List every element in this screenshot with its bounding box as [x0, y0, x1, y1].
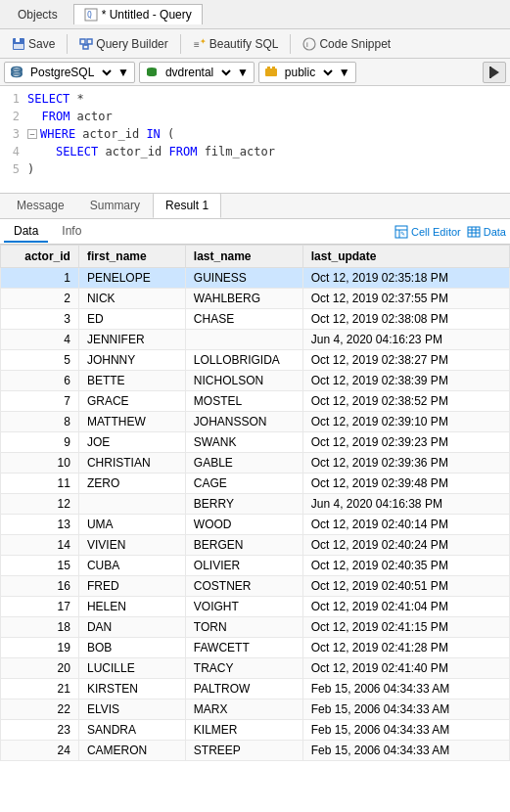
schema-dropdown[interactable]: public [281, 65, 336, 80]
table-row[interactable]: 4JENNIFERJun 4, 2020 04:16:23 PM [1, 330, 510, 350]
cell-1: UMA [78, 515, 185, 535]
table-row[interactable]: 3EDCHASEOct 12, 2019 02:38:08 PM [1, 309, 510, 330]
col-last-name[interactable]: last_name [185, 246, 302, 268]
title-bar: Objects Q * Untitled - Query [0, 0, 510, 29]
cell-0: 21 [1, 679, 79, 699]
subtab-data[interactable]: Data [4, 221, 48, 243]
cell-1: CAMERON [78, 741, 185, 761]
table-row[interactable]: 21KIRSTENPALTROWFeb 15, 2006 04:34:33 AM [1, 679, 510, 699]
cell-2: VOIGHT [185, 597, 302, 617]
svg-marker-23 [490, 67, 499, 78]
sub-tabs-right: ✎ Cell Editor Data [394, 225, 506, 239]
cell-3: Oct 12, 2019 02:38:27 PM [302, 350, 509, 371]
run-button[interactable] [483, 62, 506, 83]
table-row[interactable]: 19BOBFAWCETTOct 12, 2019 02:41:28 PM [1, 638, 510, 658]
run-icon [488, 66, 500, 79]
result-table-container[interactable]: actor_id first_name last_name last_updat… [0, 245, 510, 812]
cell-0: 4 [1, 330, 79, 350]
table-row[interactable]: 24CAMERONSTREEPFeb 15, 2006 04:34:33 AM [1, 741, 510, 761]
data-button[interactable]: Data [467, 225, 506, 239]
cell-3: Oct 12, 2019 02:37:55 PM [302, 289, 509, 309]
svg-text:✦: ✦ [200, 37, 207, 46]
cell-0: 2 [1, 289, 79, 309]
cell-3: Jun 4, 2020 04:16:23 PM [302, 330, 509, 350]
beautify-button[interactable]: ≡ ✦ Beautify SQL [185, 33, 287, 55]
cell-2: OLIVIER [185, 556, 302, 576]
table-row[interactable]: 1PENELOPEGUINESSOct 12, 2019 02:35:18 PM [1, 268, 510, 289]
cell-0: 8 [1, 412, 79, 432]
cell-0: 6 [1, 371, 79, 391]
table-row[interactable]: 8MATTHEWJOHANSSONOct 12, 2019 02:39:10 P… [1, 412, 510, 432]
tab-result1[interactable]: Result 1 [153, 193, 221, 218]
table-row[interactable]: 22ELVISMARXFeb 15, 2006 04:34:33 AM [1, 699, 510, 720]
header-row: actor_id first_name last_name last_updat… [1, 246, 510, 268]
db-name-dropdown[interactable]: dvdrental [162, 65, 234, 80]
table-row[interactable]: 23SANDRAKILMERFeb 15, 2006 04:34:33 AM [1, 720, 510, 741]
table-row[interactable]: 18DANTORNOct 12, 2019 02:41:15 PM [1, 617, 510, 638]
cell-0: 16 [1, 576, 79, 597]
cell-3: Jun 4, 2020 04:16:38 PM [302, 494, 509, 515]
col-actor-id[interactable]: actor_id [1, 246, 79, 268]
table-row[interactable]: 13UMAWOODOct 12, 2019 02:40:14 PM [1, 515, 510, 535]
objects-tab[interactable]: Objects [8, 5, 68, 24]
svg-text:✎: ✎ [400, 231, 405, 237]
cell-0: 7 [1, 391, 79, 412]
db-type-select[interactable]: PostgreSQL ▼ [4, 62, 135, 83]
table-row[interactable]: 7GRACEMOSTELOct 12, 2019 02:38:52 PM [1, 391, 510, 412]
subtab-info[interactable]: Info [52, 221, 91, 243]
table-row[interactable]: 5JOHNNYLOLLOBRIGIDAOct 12, 2019 02:38:27… [1, 350, 510, 371]
toolbar-separator-3 [290, 34, 291, 54]
db-name-select[interactable]: dvdrental ▼ [139, 62, 255, 83]
cell-1: MATTHEW [78, 412, 185, 432]
svg-point-19 [147, 72, 157, 76]
cell-2: COSTNER [185, 576, 302, 597]
table-row[interactable]: 2NICKWAHLBERGOct 12, 2019 02:37:55 PM [1, 289, 510, 309]
cell-3: Feb 15, 2006 04:34:33 AM [302, 699, 509, 720]
db-type-dropdown[interactable]: PostgreSQL [26, 65, 115, 80]
table-row[interactable]: 14VIVIENBERGENOct 12, 2019 02:40:24 PM [1, 535, 510, 556]
sql-editor[interactable]: 1 SELECT * 2 FROM actor 3 − WHERE actor_… [0, 86, 510, 194]
cell-3: Oct 12, 2019 02:40:14 PM [302, 515, 509, 535]
toolbar-separator-1 [67, 34, 68, 54]
table-row[interactable]: 9JOESWANKOct 12, 2019 02:39:23 PM [1, 432, 510, 453]
fold-icon[interactable]: − [27, 129, 37, 139]
cell-0: 12 [1, 494, 79, 515]
table-row[interactable]: 10CHRISTIANGABLEOct 12, 2019 02:39:36 PM [1, 453, 510, 474]
tab-summary[interactable]: Summary [77, 193, 153, 218]
cell-3: Oct 12, 2019 02:41:15 PM [302, 617, 509, 638]
save-button[interactable]: Save [4, 33, 63, 55]
cell-0: 20 [1, 658, 79, 679]
table-row[interactable]: 20LUCILLETRACYOct 12, 2019 02:41:40 PM [1, 658, 510, 679]
table-row[interactable]: 6BETTENICHOLSONOct 12, 2019 02:38:39 PM [1, 371, 510, 391]
cell-2: LOLLOBRIGIDA [185, 350, 302, 371]
cell-1: GRACE [78, 391, 185, 412]
cell-3: Oct 12, 2019 02:38:39 PM [302, 371, 509, 391]
cell-0: 22 [1, 699, 79, 720]
sub-tabs: Data Info ✎ Cell Editor Data [0, 219, 510, 245]
table-row[interactable]: 16FREDCOSTNEROct 12, 2019 02:40:51 PM [1, 576, 510, 597]
col-first-name[interactable]: first_name [78, 246, 185, 268]
cell-2: SWANK [185, 432, 302, 453]
cell-3: Oct 12, 2019 02:41:04 PM [302, 597, 509, 617]
schema-select[interactable]: public ▼ [258, 62, 356, 83]
table-row[interactable]: 15CUBAOLIVIEROct 12, 2019 02:40:35 PM [1, 556, 510, 576]
cell-2: JOHANSSON [185, 412, 302, 432]
sql-line-2: 2 FROM actor [0, 108, 510, 125]
table-row[interactable]: 12BERRYJun 4, 2020 04:16:38 PM [1, 494, 510, 515]
svg-rect-7 [83, 45, 88, 49]
cell-3: Feb 15, 2006 04:34:33 AM [302, 679, 509, 699]
query-tab-label: * Untitled - Query [102, 8, 192, 22]
col-last-update[interactable]: last_update [302, 246, 509, 268]
cell-2: WAHLBERG [185, 289, 302, 309]
query-tab[interactable]: Q * Untitled - Query [73, 4, 203, 24]
tab-message[interactable]: Message [4, 193, 77, 218]
cell-3: Oct 12, 2019 02:38:08 PM [302, 309, 509, 330]
cell-1: LUCILLE [78, 658, 185, 679]
table-row[interactable]: 17HELENVOIGHTOct 12, 2019 02:41:04 PM [1, 597, 510, 617]
table-row[interactable]: 11ZEROCAGEOct 12, 2019 02:39:48 PM [1, 474, 510, 494]
code-snippet-button[interactable]: i Code Snippet [295, 33, 398, 55]
cell-1: CHRISTIAN [78, 453, 185, 474]
query-builder-button[interactable]: Query Builder [71, 33, 175, 55]
cell-2: GUINESS [185, 268, 302, 289]
cell-editor-button[interactable]: ✎ Cell Editor [394, 225, 461, 239]
